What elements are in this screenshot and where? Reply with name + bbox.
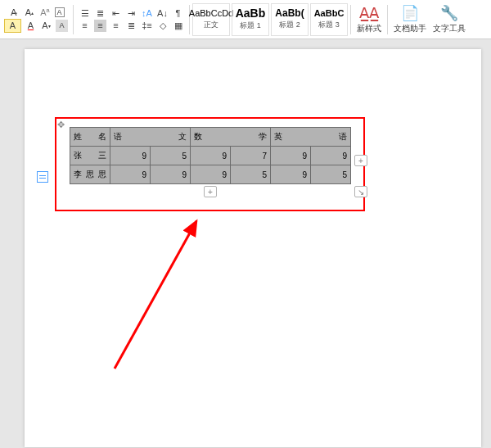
cell[interactable]: 9 <box>271 165 311 184</box>
data-table[interactable]: 姓名 语文 数学 英语 张三 9 5 9 7 9 9 李思思 9 9 <box>70 127 351 184</box>
header-math[interactable]: 数学 <box>191 128 271 147</box>
show-marks-icon[interactable]: ¶ <box>172 7 184 20</box>
align-right-icon[interactable]: ≡ <box>110 20 122 32</box>
cell[interactable]: 5 <box>311 165 351 184</box>
cell-name[interactable]: 李思思 <box>70 165 110 184</box>
shading-icon[interactable]: ◇ <box>156 20 169 32</box>
table-row: 李思思 9 9 9 5 9 5 <box>70 165 351 184</box>
style-gallery: AaBbCcDd 正文 AaBb 标题 1 AaBb( 标题 2 AaBbC 标… <box>192 0 348 38</box>
add-column-handle[interactable]: + <box>354 155 367 166</box>
table-row: 张三 9 5 9 7 9 9 <box>70 147 351 165</box>
align-center-icon[interactable]: ≡ <box>94 20 106 32</box>
table-move-handle[interactable]: ✥ <box>56 120 65 129</box>
sort-icon[interactable]: A↓ <box>156 7 169 20</box>
separator <box>387 5 388 34</box>
numbered-list-icon[interactable]: ≣ <box>94 7 106 20</box>
borders-icon[interactable]: ▦ <box>172 20 184 32</box>
text-tools-icon: 🔧 <box>440 4 458 22</box>
line-spacing-icon[interactable]: ‡≡ <box>141 20 153 32</box>
separator <box>73 5 74 34</box>
header-english[interactable]: 英语 <box>271 128 351 147</box>
subscript-icon[interactable]: A▾ <box>40 20 52 32</box>
highlight-icon[interactable]: A <box>4 19 21 33</box>
text-direction-icon[interactable]: ↕A <box>141 7 153 20</box>
cell[interactable]: 9 <box>191 165 231 184</box>
align-justify-icon[interactable]: ≣ <box>125 20 137 32</box>
doc-assistant-button[interactable]: 📄 文档助手 <box>390 4 430 34</box>
increase-indent-icon[interactable]: ⇥ <box>125 7 137 20</box>
style-heading-1[interactable]: AaBb 标题 1 <box>232 3 269 36</box>
ribbon-toolbar: A̶ A▴ Aª A A A A▾ A ☰ ≣ ⇤ ⇥ ↕A A↓ ¶ ≡ ≡ … <box>0 0 491 39</box>
add-row-handle[interactable]: + <box>204 186 217 197</box>
resize-table-handle[interactable]: ↘ <box>354 186 367 197</box>
cell[interactable]: 9 <box>151 165 191 184</box>
text-tools-button[interactable]: 🔧 文字工具 <box>430 4 469 34</box>
cell-name[interactable]: 张三 <box>70 147 110 165</box>
cell[interactable]: 9 <box>110 147 151 165</box>
cell[interactable]: 7 <box>231 147 271 165</box>
new-style-icon: A̲A̲ <box>359 4 379 22</box>
cell[interactable]: 5 <box>231 165 271 184</box>
section-marker-icon[interactable] <box>37 171 48 183</box>
change-case-icon[interactable]: Aª <box>39 7 52 19</box>
font-size-decrease-icon[interactable]: A̶ <box>8 7 20 19</box>
document-page[interactable]: ✥ 姓名 语文 数学 英语 张三 9 5 9 7 9 9 <box>25 49 481 447</box>
svg-line-0 <box>115 221 196 369</box>
header-name[interactable]: 姓名 <box>70 128 110 147</box>
header-chinese[interactable]: 语文 <box>110 128 191 147</box>
paragraph-group: ☰ ≣ ⇤ ⇥ ↕A A↓ ¶ ≡ ≡ ≡ ≣ ‡≡ ◇ ▦ <box>76 0 187 38</box>
cell[interactable]: 9 <box>191 147 231 165</box>
new-style-button[interactable]: A̲A̲ 新样式 <box>354 4 385 34</box>
cell[interactable]: 5 <box>151 147 191 165</box>
table-header-row: 姓名 语文 数学 英语 <box>70 128 351 147</box>
cell[interactable]: 9 <box>110 165 151 184</box>
align-left-icon[interactable]: ≡ <box>79 20 91 32</box>
cell[interactable]: 9 <box>311 147 351 165</box>
style-heading-3[interactable]: AaBbC 标题 3 <box>310 3 348 36</box>
char-shading-icon[interactable]: A <box>56 20 68 32</box>
cell[interactable]: 9 <box>271 147 311 165</box>
style-normal[interactable]: AaBbCcDd 正文 <box>192 3 230 36</box>
doc-assistant-icon: 📄 <box>401 4 419 22</box>
font-color-icon[interactable]: A <box>25 20 37 32</box>
style-heading-2[interactable]: AaBb( 标题 2 <box>271 3 309 36</box>
bullet-list-icon[interactable]: ☰ <box>79 7 91 20</box>
annotation-arrow <box>98 213 229 377</box>
font-format-group: A̶ A▴ Aª A A A A▾ A <box>2 0 70 38</box>
separator <box>350 5 351 34</box>
decrease-indent-icon[interactable]: ⇤ <box>110 7 122 20</box>
superscript-icon[interactable]: A▴ <box>24 7 36 19</box>
workspace: ✥ 姓名 语文 数学 英语 张三 9 5 9 7 9 9 <box>0 39 491 448</box>
table-container: ✥ 姓名 语文 数学 英语 张三 9 5 9 7 9 9 <box>70 127 351 184</box>
char-border-icon[interactable]: A <box>55 7 65 17</box>
